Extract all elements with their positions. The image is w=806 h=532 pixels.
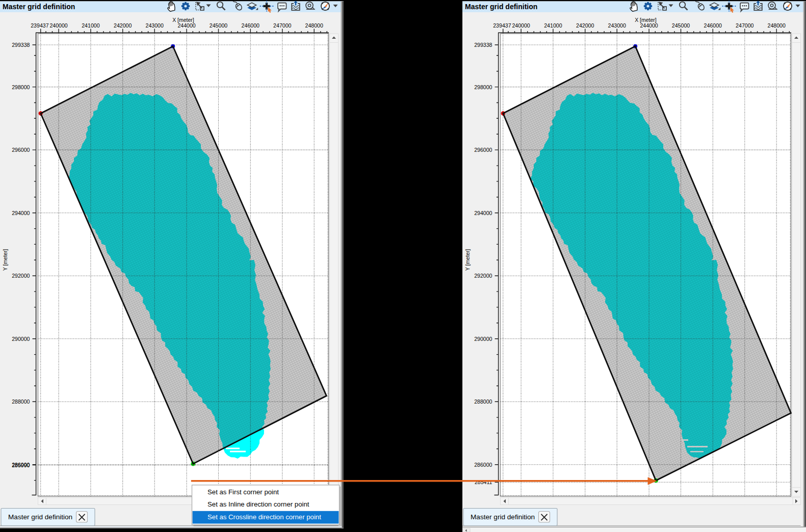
svg-text:X [meter]: X [meter] [635, 17, 657, 23]
svg-text:288000: 288000 [12, 398, 30, 405]
svg-text:Set as Crossline direction cor: Set as Crossline direction corner point [207, 513, 321, 521]
svg-text:Master grid definition: Master grid definition [3, 3, 75, 11]
svg-text:285411: 285411 [475, 479, 492, 485]
svg-text:Master grid definition: Master grid definition [471, 513, 535, 521]
svg-text:246000: 246000 [242, 22, 259, 29]
svg-text:245000: 245000 [672, 22, 690, 29]
svg-text:292000: 292000 [474, 273, 492, 279]
svg-text:296000: 296000 [12, 147, 30, 153]
svg-text:Master grid definition: Master grid definition [8, 513, 72, 521]
svg-text:294000: 294000 [12, 210, 30, 216]
svg-text:286000: 286000 [474, 462, 492, 468]
svg-text:X [meter]: X [meter] [172, 17, 194, 23]
svg-text:292000: 292000 [12, 273, 30, 279]
svg-text:239437: 239437 [493, 22, 511, 29]
svg-text:Set as Inline direction corner: Set as Inline direction corner point [207, 500, 309, 508]
svg-text:243000: 243000 [146, 22, 164, 29]
svg-text:245000: 245000 [210, 22, 227, 29]
svg-text:Y [meter]: Y [meter] [2, 249, 8, 271]
svg-text:240000: 240000 [512, 22, 530, 29]
svg-text:Y [meter]: Y [meter] [464, 249, 471, 271]
svg-text:Master grid definition: Master grid definition [465, 3, 537, 11]
svg-text:290000: 290000 [474, 336, 492, 342]
svg-text:239437: 239437 [31, 22, 48, 29]
svg-text:299338: 299338 [474, 42, 492, 48]
svg-text:290000: 290000 [12, 336, 30, 342]
svg-text:248000: 248000 [305, 22, 323, 29]
svg-text:240000: 240000 [49, 22, 67, 29]
svg-text:244000: 244000 [177, 22, 195, 29]
svg-text:298000: 298000 [474, 84, 492, 90]
svg-text:294000: 294000 [474, 210, 492, 216]
svg-text:246000: 246000 [704, 22, 722, 29]
svg-text:288000: 288000 [474, 398, 492, 405]
svg-text:242000: 242000 [114, 22, 132, 29]
svg-text:298000: 298000 [12, 84, 30, 90]
svg-text:248000: 248000 [768, 22, 786, 29]
svg-text:247000: 247000 [273, 22, 291, 29]
svg-text:299338: 299338 [12, 42, 30, 48]
svg-text:296000: 296000 [474, 147, 492, 153]
svg-text:241000: 241000 [82, 22, 99, 29]
svg-text:285990: 285990 [12, 462, 30, 468]
svg-text:241000: 241000 [544, 22, 562, 29]
svg-text:247000: 247000 [736, 22, 753, 29]
svg-text:243000: 243000 [608, 22, 626, 29]
svg-text:244000: 244000 [640, 22, 658, 29]
svg-text:242000: 242000 [576, 22, 594, 29]
svg-text:Set as First corner point: Set as First corner point [207, 488, 279, 496]
